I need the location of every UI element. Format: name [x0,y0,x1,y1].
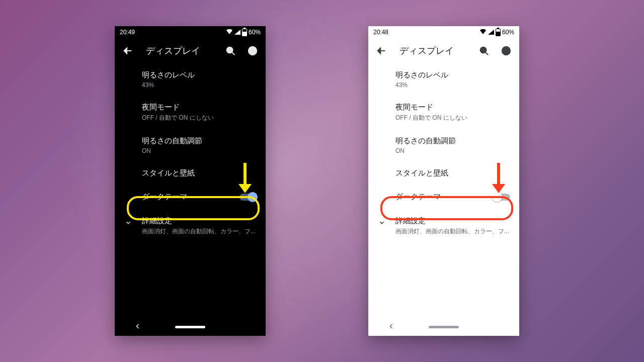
row-title: 夜間モード [142,103,262,112]
search-button[interactable] [474,41,494,61]
row-subtitle: OFF / 自動で ON にしない [395,114,515,122]
signal-icon [488,30,494,35]
svg-point-3 [480,47,487,53]
svg-point-5 [506,53,506,53]
settings-list: 明るさのレベル 43% 夜間モード OFF / 自動で ON にしない 明るさの… [368,63,519,318]
row-night-mode[interactable]: 夜間モード OFF / 自動で ON にしない [142,96,262,129]
chevron-down-icon [376,217,387,228]
row-title: 詳細設定 [395,216,515,226]
nav-back-button[interactable] [388,322,394,331]
settings-list: 明るさのレベル 43% 夜間モード OFF / 自動で ON にしない 明るさの… [115,63,266,318]
row-brightness-level[interactable]: 明るさのレベル 43% [142,63,262,96]
system-nav-bar [368,318,519,336]
row-style-wallpaper[interactable]: スタイルと壁紙 [142,161,262,185]
row-title: 明るさの自動調節 [395,136,515,146]
status-bar: 20:48 60% [368,26,519,38]
row-title: 明るさのレベル [142,70,262,80]
row-subtitle: ON [142,147,262,154]
row-title: ダークテーマ [395,192,441,202]
page-title: ディスプレイ [146,45,218,57]
row-subtitle: 43% [395,81,515,88]
row-title: ダークテーマ [142,192,187,202]
row-title: 明るさの自動調節 [142,136,262,146]
row-advanced[interactable]: 詳細設定 画面消灯、画面の自動回転、カラー、フ... [376,209,515,243]
help-button[interactable] [243,41,263,61]
row-dark-theme[interactable]: ダークテーマ [395,185,515,209]
svg-point-0 [227,47,233,53]
system-nav-bar [115,318,266,336]
row-adaptive-brightness[interactable]: 明るさの自動調節 ON [142,129,262,161]
row-title: 詳細設定 [142,216,262,226]
battery-icon [242,29,247,36]
home-indicator[interactable] [175,326,205,328]
row-subtitle: OFF / 自動で ON にしない [142,114,262,122]
nav-back-button[interactable] [135,322,141,331]
app-bar: ディスプレイ [368,38,519,63]
svg-point-2 [252,53,253,53]
row-subtitle: 画面消灯、画面の自動回転、カラー、フ... [395,227,515,236]
dark-theme-switch[interactable] [493,194,510,201]
row-night-mode[interactable]: 夜間モード OFF / 自動で ON にしない [395,96,515,129]
search-button[interactable] [220,41,240,61]
phone-light: 20:48 60% ディスプレイ 明るさのレベル 43% [368,26,519,336]
battery-percent: 60% [502,29,514,36]
page-title: ディスプレイ [399,45,472,57]
row-brightness-level[interactable]: 明るさのレベル 43% [395,63,515,96]
row-dark-theme[interactable]: ダークテーマ [142,185,262,209]
row-style-wallpaper[interactable]: スタイルと壁紙 [395,161,515,185]
row-title: スタイルと壁紙 [142,168,262,178]
wifi-icon [479,29,487,36]
battery-percent: 60% [249,29,261,36]
status-bar: 20:49 60% [115,26,266,38]
status-time: 20:49 [120,29,135,36]
row-subtitle: ON [395,147,515,154]
back-button[interactable] [118,41,138,61]
row-title: 明るさのレベル [395,70,515,80]
wifi-icon [226,29,233,36]
chevron-down-icon [123,217,134,228]
row-subtitle: 画面消灯、画面の自動回転、カラー、フ... [142,227,262,236]
status-right: 60% [226,29,261,36]
home-indicator[interactable] [429,326,459,328]
dark-theme-switch[interactable] [239,194,257,201]
battery-icon [496,29,501,36]
row-adaptive-brightness[interactable]: 明るさの自動調節 ON [395,129,515,161]
signal-icon [234,30,240,35]
help-button[interactable] [496,41,516,61]
app-bar: ディスプレイ [115,38,266,63]
row-title: スタイルと壁紙 [395,168,515,178]
gradient-background: 20:49 60% ディスプレイ 明るさのレベル 43% [0,0,644,362]
row-title: 夜間モード [395,103,515,112]
phone-dark: 20:49 60% ディスプレイ 明るさのレベル 43% [115,26,266,336]
back-button[interactable] [371,41,391,61]
row-advanced[interactable]: 詳細設定 画面消灯、画面の自動回転、カラー、フ... [123,209,262,243]
row-subtitle: 43% [142,81,262,88]
status-right: 60% [479,29,514,36]
status-time: 20:48 [373,29,388,36]
